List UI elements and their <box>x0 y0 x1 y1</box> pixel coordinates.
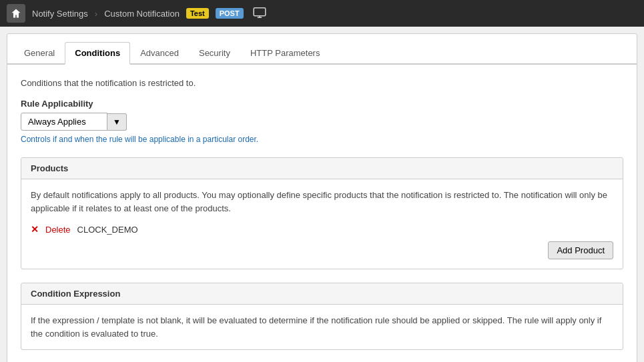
svg-rect-0 <box>254 7 266 15</box>
product-name: CLOCK_DEMO <box>77 225 138 235</box>
product-row: ✕ Delete CLOCK_DEMO <box>31 224 613 235</box>
tab-general[interactable]: General <box>14 42 65 65</box>
tab-http-parameters[interactable]: HTTP Parameters <box>240 42 330 65</box>
dropdown-wrapper: Always Applies Conditional ▼ <box>21 113 623 131</box>
rule-applicability-select[interactable]: Always Applies Conditional <box>21 113 107 131</box>
monitor-icon[interactable] <box>253 7 266 20</box>
add-product-row: Add Product <box>31 241 613 259</box>
rule-applicability-label: Rule Applicability <box>21 99 623 109</box>
home-button[interactable] <box>7 4 25 23</box>
top-navigation: Notify Settings › Custom Notification Te… <box>0 0 644 27</box>
rule-applicability-section: Rule Applicability Always Applies Condit… <box>21 99 623 144</box>
notify-settings-link[interactable]: Notify Settings <box>32 9 88 19</box>
test-badge: Test <box>186 8 209 19</box>
tab-advanced[interactable]: Advanced <box>130 42 189 65</box>
condition-expression-description: If the expression / template is not blan… <box>31 314 613 340</box>
products-header: Products <box>21 158 623 179</box>
dropdown-arrow-button[interactable]: ▼ <box>107 113 127 131</box>
products-section: Products By default notifications apply … <box>21 157 623 269</box>
condition-expression-header: Condition Expression <box>21 283 623 305</box>
tab-bar: General Conditions Advanced Security HTT… <box>7 34 637 65</box>
condition-expression-body: If the expression / template is not blan… <box>21 305 623 349</box>
custom-notification-link[interactable]: Custom Notification <box>104 9 180 19</box>
add-product-button[interactable]: Add Product <box>548 241 613 259</box>
main-container: General Conditions Advanced Security HTT… <box>7 33 637 362</box>
tab-security[interactable]: Security <box>189 42 240 65</box>
content-area: Conditions that the notification is rest… <box>7 65 637 362</box>
conditions-description: Conditions that the notification is rest… <box>21 78 623 88</box>
products-body: By default notifications apply to all pr… <box>21 179 623 269</box>
rule-help-text: Controls if and when the rule will be ap… <box>21 135 623 144</box>
products-description: By default notifications apply to all pr… <box>31 189 613 215</box>
tab-conditions[interactable]: Conditions <box>65 42 130 65</box>
post-badge: POST <box>216 8 244 19</box>
delete-link[interactable]: Delete <box>45 225 71 235</box>
condition-expression-section: Condition Expression If the expression /… <box>21 283 623 350</box>
delete-x-icon: ✕ <box>31 224 39 235</box>
nav-separator: › <box>95 9 97 19</box>
